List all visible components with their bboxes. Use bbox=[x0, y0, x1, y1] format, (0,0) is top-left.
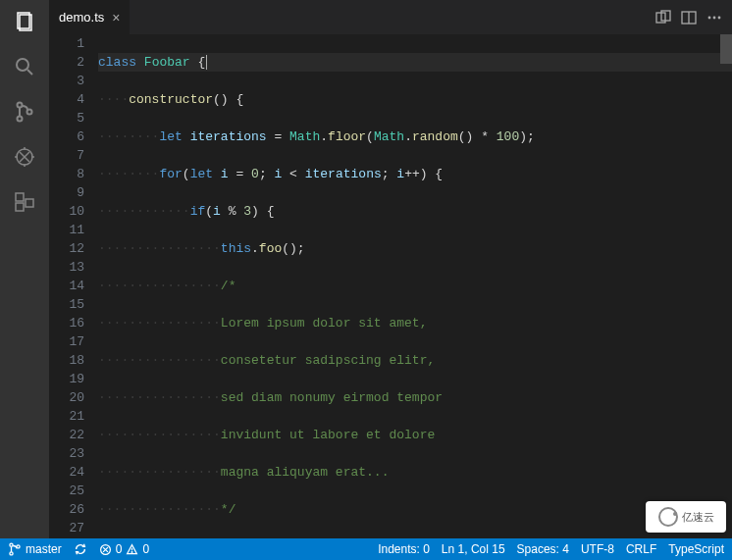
debug-icon[interactable] bbox=[11, 143, 38, 171]
watermark-logo: 亿速云 bbox=[646, 501, 726, 533]
svg-rect-15 bbox=[16, 203, 24, 211]
line-number: 3 bbox=[49, 72, 84, 90]
line-number: 5 bbox=[49, 109, 84, 127]
line-number: 8 bbox=[49, 165, 84, 183]
line-number: 12 bbox=[49, 239, 84, 258]
line-number: 24 bbox=[49, 463, 84, 482]
tab-filename: demo.ts bbox=[59, 10, 104, 25]
svg-point-23 bbox=[718, 16, 721, 19]
indentation[interactable]: Spaces: 4 bbox=[517, 542, 569, 556]
split-editor-icon[interactable] bbox=[681, 10, 697, 25]
svg-rect-14 bbox=[16, 193, 24, 201]
line-number: 6 bbox=[49, 127, 84, 146]
line-number: 11 bbox=[49, 221, 84, 239]
line-number: 22 bbox=[49, 426, 84, 444]
svg-point-24 bbox=[10, 543, 13, 546]
compare-changes-icon[interactable] bbox=[655, 10, 671, 25]
svg-point-21 bbox=[708, 16, 711, 19]
source-control-icon[interactable] bbox=[11, 98, 38, 126]
code-content[interactable]: class Foobar { ····constructor() { ·····… bbox=[98, 34, 732, 560]
tab-bar: demo.ts × bbox=[49, 0, 732, 34]
encoding[interactable]: UTF-8 bbox=[581, 542, 614, 556]
svg-point-6 bbox=[27, 110, 32, 115]
line-number: 21 bbox=[49, 407, 84, 426]
text-cursor bbox=[206, 55, 207, 70]
svg-point-22 bbox=[713, 16, 716, 19]
explorer-icon[interactable] bbox=[11, 8, 38, 35]
svg-point-31 bbox=[131, 551, 132, 552]
svg-point-4 bbox=[18, 103, 23, 108]
svg-point-25 bbox=[10, 552, 13, 555]
code-editor[interactable]: 1234567891011121314151617181920212223242… bbox=[49, 34, 732, 560]
line-number: 23 bbox=[49, 444, 84, 463]
line-number: 26 bbox=[49, 500, 84, 519]
line-number: 15 bbox=[49, 295, 84, 314]
line-number: 1 bbox=[49, 34, 84, 53]
line-number: 7 bbox=[49, 146, 84, 165]
line-number: 13 bbox=[49, 258, 84, 277]
close-tab-icon[interactable]: × bbox=[112, 10, 120, 25]
line-number: 17 bbox=[49, 332, 84, 351]
problems[interactable]: 0 0 bbox=[99, 542, 149, 556]
svg-point-5 bbox=[18, 117, 23, 122]
svg-point-26 bbox=[17, 545, 20, 548]
more-actions-icon[interactable] bbox=[706, 10, 722, 25]
line-number: 14 bbox=[49, 277, 84, 295]
language-mode[interactable]: TypeScript bbox=[668, 542, 724, 556]
line-number: 27 bbox=[49, 519, 84, 537]
status-bar: master 0 0 Indents: 0 Ln 1, Col 15 Space… bbox=[0, 538, 732, 560]
line-number: 16 bbox=[49, 314, 84, 332]
line-number: 20 bbox=[49, 388, 84, 407]
eol[interactable]: CRLF bbox=[626, 542, 656, 556]
search-icon[interactable] bbox=[11, 53, 38, 80]
cursor-position[interactable]: Ln 1, Col 15 bbox=[442, 542, 505, 556]
extensions-icon[interactable] bbox=[11, 188, 38, 216]
line-number: 9 bbox=[49, 183, 84, 202]
git-branch[interactable]: master bbox=[8, 542, 62, 556]
line-number: 18 bbox=[49, 351, 84, 370]
line-number: 25 bbox=[49, 482, 84, 500]
svg-rect-16 bbox=[26, 199, 33, 207]
tab-demo-ts[interactable]: demo.ts × bbox=[49, 0, 131, 34]
indents[interactable]: Indents: 0 bbox=[378, 542, 430, 556]
sync-icon[interactable] bbox=[74, 542, 87, 556]
svg-point-2 bbox=[17, 59, 28, 71]
activity-bar bbox=[0, 0, 49, 560]
vertical-scrollbar[interactable] bbox=[720, 34, 732, 64]
line-number: 10 bbox=[49, 202, 84, 221]
line-number: 4 bbox=[49, 90, 84, 109]
line-number: 2 bbox=[49, 53, 84, 72]
line-number: 19 bbox=[49, 370, 84, 388]
line-number-gutter: 1234567891011121314151617181920212223242… bbox=[49, 34, 98, 560]
svg-line-3 bbox=[27, 70, 32, 75]
